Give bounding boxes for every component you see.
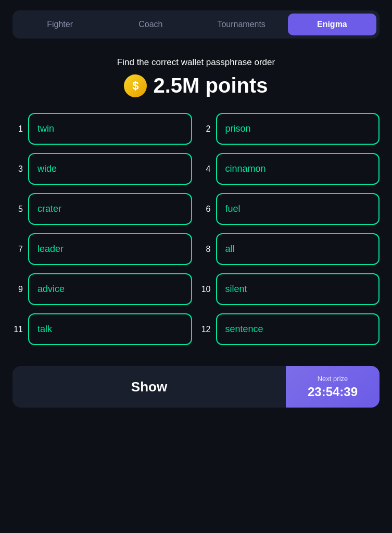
next-prize-timer: 23:54:39 <box>308 385 358 399</box>
app-container: Fighter Coach Tournaments Enigma Find th… <box>0 0 392 533</box>
word-number-5: 5 <box>12 205 23 214</box>
word-cell-9: 9 advice <box>12 273 192 305</box>
word-label-3: wide <box>37 163 57 174</box>
coin-icon: $ <box>124 74 147 97</box>
word-number-8: 8 <box>200 245 211 254</box>
tab-coach[interactable]: Coach <box>106 14 195 35</box>
word-box-10[interactable]: silent <box>216 273 380 305</box>
word-label-10: silent <box>225 284 247 294</box>
word-cell-1: 1 twin <box>12 113 192 145</box>
word-grid: 1 twin 2 prison 3 wide 4 cinnamon 5 <box>12 113 380 345</box>
word-label-11: talk <box>37 324 52 334</box>
word-label-2: prison <box>225 123 251 134</box>
word-box-12[interactable]: sentence <box>216 313 380 345</box>
tab-tournaments[interactable]: Tournaments <box>197 14 286 35</box>
word-label-7: leader <box>37 244 64 254</box>
word-cell-11: 11 talk <box>12 313 192 345</box>
word-number-11: 11 <box>12 325 23 334</box>
word-box-3[interactable]: wide <box>28 153 192 185</box>
word-cell-12: 12 sentence <box>200 313 380 345</box>
word-cell-2: 2 prison <box>200 113 380 145</box>
word-cell-4: 4 cinnamon <box>200 153 380 185</box>
word-cell-5: 5 crater <box>12 193 192 225</box>
word-label-12: sentence <box>225 324 263 334</box>
word-number-1: 1 <box>12 124 23 134</box>
word-label-9: advice <box>37 284 65 294</box>
word-label-6: fuel <box>225 204 241 214</box>
word-label-4: cinnamon <box>225 163 266 174</box>
word-cell-6: 6 fuel <box>200 193 380 225</box>
word-number-7: 7 <box>12 245 23 254</box>
show-button[interactable]: Show <box>12 366 286 408</box>
bottom-bar: Show Next prize 23:54:39 <box>12 366 380 408</box>
word-label-5: crater <box>37 204 61 214</box>
word-cell-10: 10 silent <box>200 273 380 305</box>
points-text: 2.5M points <box>153 74 268 97</box>
word-number-12: 12 <box>200 325 211 334</box>
word-number-2: 2 <box>200 124 211 134</box>
next-prize-label: Next prize <box>318 375 348 383</box>
word-box-7[interactable]: leader <box>28 233 192 265</box>
word-box-11[interactable]: talk <box>28 313 192 345</box>
header-section: Find the correct wallet passphrase order… <box>117 57 275 97</box>
word-number-10: 10 <box>200 285 211 294</box>
word-box-8[interactable]: all <box>216 233 380 265</box>
word-number-4: 4 <box>200 164 211 174</box>
word-number-3: 3 <box>12 164 23 174</box>
word-cell-7: 7 leader <box>12 233 192 265</box>
word-number-9: 9 <box>12 285 23 294</box>
word-box-6[interactable]: fuel <box>216 193 380 225</box>
tab-enigma[interactable]: Enigma <box>288 14 376 35</box>
word-box-2[interactable]: prison <box>216 113 380 145</box>
points-row: $ 2.5M points <box>117 74 275 97</box>
tab-fighter[interactable]: Fighter <box>16 14 104 35</box>
word-box-1[interactable]: twin <box>28 113 192 145</box>
word-cell-3: 3 wide <box>12 153 192 185</box>
tab-bar: Fighter Coach Tournaments Enigma <box>12 10 380 39</box>
word-cell-8: 8 all <box>200 233 380 265</box>
word-box-5[interactable]: crater <box>28 193 192 225</box>
word-box-9[interactable]: advice <box>28 273 192 305</box>
header-subtitle: Find the correct wallet passphrase order <box>117 57 275 68</box>
word-label-8: all <box>225 244 235 254</box>
word-box-4[interactable]: cinnamon <box>216 153 380 185</box>
word-label-1: twin <box>37 123 54 134</box>
word-number-6: 6 <box>200 205 211 214</box>
show-label: Show <box>131 379 167 395</box>
next-prize-section[interactable]: Next prize 23:54:39 <box>286 366 380 408</box>
